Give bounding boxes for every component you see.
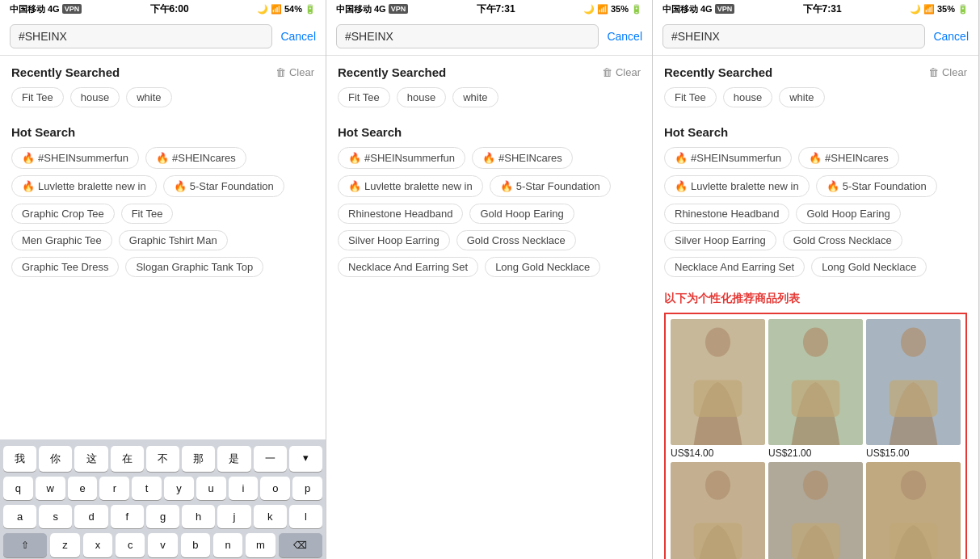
search-suggestion-tag[interactable]: Fit Tee xyxy=(121,204,174,224)
search-suggestion-tag[interactable]: Men Graphic Tee xyxy=(11,230,112,250)
shift-key[interactable]: ⇧ xyxy=(3,533,47,557)
kb-key[interactable]: x xyxy=(83,533,112,557)
product-item[interactable] xyxy=(866,462,961,559)
kb-key[interactable]: k xyxy=(254,505,287,528)
phone-screen-3: 中国移动 4G VPN 下午7:31 🌙 📶 35% 🔋 #SHEINX Can… xyxy=(653,0,979,559)
kb-key[interactable]: y xyxy=(164,477,194,500)
pinyin-key[interactable]: 那 xyxy=(182,446,215,472)
search-suggestion-tag[interactable]: Graphic Tshirt Man xyxy=(119,230,228,250)
recent-tag[interactable]: Fit Tee xyxy=(338,87,390,107)
kb-key[interactable]: i xyxy=(229,477,259,500)
search-input[interactable]: #SHEINX xyxy=(10,24,272,48)
hot-tag[interactable]: 🔥#SHEINsummerfun xyxy=(664,147,792,169)
pinyin-key[interactable]: 这 xyxy=(74,446,107,472)
kb-key[interactable]: o xyxy=(260,477,290,500)
hot-tag[interactable]: 🔥#SHEINsummerfun xyxy=(338,147,465,169)
hot-tag[interactable]: 🔥#SHEINcares xyxy=(145,147,246,169)
recent-tag[interactable]: white xyxy=(452,87,498,107)
search-suggestion-tag[interactable]: Gold Hoop Earing xyxy=(469,204,574,224)
hot-tag[interactable]: 🔥Luvlette bralette new in xyxy=(664,175,810,197)
search-suggestion-tag[interactable]: Rhinestone Headband xyxy=(338,204,463,224)
kb-key[interactable]: q xyxy=(3,477,33,500)
search-suggestion-tag[interactable]: Silver Hoop Earring xyxy=(338,230,450,250)
kb-key[interactable]: r xyxy=(99,477,129,500)
hot-search-section: Hot Search🔥#SHEINsummerfun🔥#SHEINcares🔥L… xyxy=(326,117,652,292)
kb-key[interactable]: n xyxy=(213,533,242,557)
hot-tag[interactable]: 🔥#SHEINcares xyxy=(798,147,899,169)
search-input[interactable]: #SHEINX xyxy=(662,24,925,48)
product-image xyxy=(768,462,863,559)
product-item[interactable] xyxy=(768,462,863,559)
search-suggestion-tag[interactable]: Slogan Graphic Tank Top xyxy=(125,257,263,277)
hot-tag[interactable]: 🔥#SHEINcares xyxy=(472,147,573,169)
recent-tag[interactable]: house xyxy=(70,87,120,107)
hot-tag[interactable]: 🔥#SHEINsummerfun xyxy=(11,147,139,169)
search-suggestion-tag[interactable]: Rhinestone Headband xyxy=(664,204,789,224)
clear-button[interactable]: 🗑 Clear xyxy=(602,66,641,78)
kb-key[interactable]: l xyxy=(289,505,322,528)
hot-tag[interactable]: 🔥5-Star Foundation xyxy=(490,175,611,197)
clear-button[interactable]: 🗑 Clear xyxy=(928,66,967,78)
product-item[interactable]: US$15.00 xyxy=(866,319,961,459)
kb-key[interactable]: m xyxy=(246,533,275,557)
fire-icon: 🔥 xyxy=(482,152,495,164)
svg-rect-14 xyxy=(792,523,840,559)
pinyin-key[interactable]: ▾ xyxy=(289,446,322,472)
kb-key[interactable]: z xyxy=(50,533,79,557)
kb-key[interactable]: f xyxy=(111,505,144,528)
kb-key[interactable]: c xyxy=(116,533,145,557)
hot-tag[interactable]: 🔥Luvlette bralette new in xyxy=(11,175,157,197)
cancel-button[interactable]: Cancel xyxy=(607,30,642,43)
normal-row: Graphic Crop TeeFit Tee xyxy=(11,204,314,224)
search-suggestion-tag[interactable]: Silver Hoop Earring xyxy=(664,230,776,250)
hot-tag[interactable]: 🔥Luvlette bralette new in xyxy=(338,175,483,197)
product-item[interactable]: US$21.00 xyxy=(768,319,863,459)
search-suggestion-tag[interactable]: Graphic Crop Tee xyxy=(11,204,115,224)
search-suggestion-tag[interactable]: Long Gold Necklace xyxy=(485,257,600,277)
kb-key[interactable]: b xyxy=(181,533,210,557)
product-item[interactable]: US$14.00 xyxy=(671,319,765,459)
search-suggestion-tag[interactable]: Long Gold Necklace xyxy=(811,257,927,277)
pinyin-key[interactable]: 我 xyxy=(3,446,36,472)
cancel-button[interactable]: Cancel xyxy=(280,30,316,43)
recent-tag[interactable]: white xyxy=(779,87,824,107)
search-suggestion-tag[interactable]: Necklace And Earring Set xyxy=(338,257,478,277)
search-suggestion-tag[interactable]: Gold Hoop Earing xyxy=(796,204,900,224)
recent-tag[interactable]: white xyxy=(126,87,171,107)
pinyin-key[interactable]: 不 xyxy=(146,446,179,472)
delete-key[interactable]: ⌫ xyxy=(279,533,322,557)
pinyin-key[interactable]: 一 xyxy=(254,446,287,472)
recent-tags-row: Fit Teehousewhite xyxy=(11,87,314,107)
kb-key[interactable]: p xyxy=(292,477,322,500)
product-item[interactable] xyxy=(671,462,765,559)
kb-key[interactable]: e xyxy=(68,477,98,500)
search-input[interactable]: #SHEINX xyxy=(336,24,599,48)
kb-key[interactable]: v xyxy=(148,533,177,557)
search-suggestion-tag[interactable]: Gold Cross Necklace xyxy=(456,230,576,250)
kb-key[interactable]: u xyxy=(196,477,226,500)
hot-tag[interactable]: 🔥5-Star Foundation xyxy=(816,175,937,197)
search-suggestion-tag[interactable]: Necklace And Earring Set xyxy=(664,257,805,277)
pinyin-key[interactable]: 是 xyxy=(217,446,250,472)
kb-key[interactable]: w xyxy=(36,477,65,500)
kb-key[interactable]: j xyxy=(217,505,250,528)
kb-key[interactable]: s xyxy=(39,505,72,528)
recent-tags-row: Fit Teehousewhite xyxy=(664,87,967,107)
kb-key[interactable]: t xyxy=(132,477,162,500)
kb-key[interactable]: g xyxy=(146,505,179,528)
pinyin-key[interactable]: 你 xyxy=(39,446,72,472)
search-suggestion-tag[interactable]: Graphic Tee Dress xyxy=(11,257,119,277)
kb-key[interactable]: a xyxy=(3,505,36,528)
hot-tag[interactable]: 🔥5-Star Foundation xyxy=(163,175,284,197)
cancel-button[interactable]: Cancel xyxy=(933,30,969,43)
recent-tag[interactable]: Fit Tee xyxy=(664,87,717,107)
recent-tags-row: Fit Teehousewhite xyxy=(338,87,641,107)
recent-tag[interactable]: house xyxy=(723,87,772,107)
recent-tag[interactable]: house xyxy=(397,87,446,107)
recent-tag[interactable]: Fit Tee xyxy=(11,87,64,107)
kb-key[interactable]: h xyxy=(182,505,215,528)
clear-button[interactable]: 🗑 Clear xyxy=(275,66,314,78)
pinyin-key[interactable]: 在 xyxy=(111,446,144,472)
search-suggestion-tag[interactable]: Gold Cross Necklace xyxy=(783,230,902,250)
kb-key[interactable]: d xyxy=(74,505,107,528)
